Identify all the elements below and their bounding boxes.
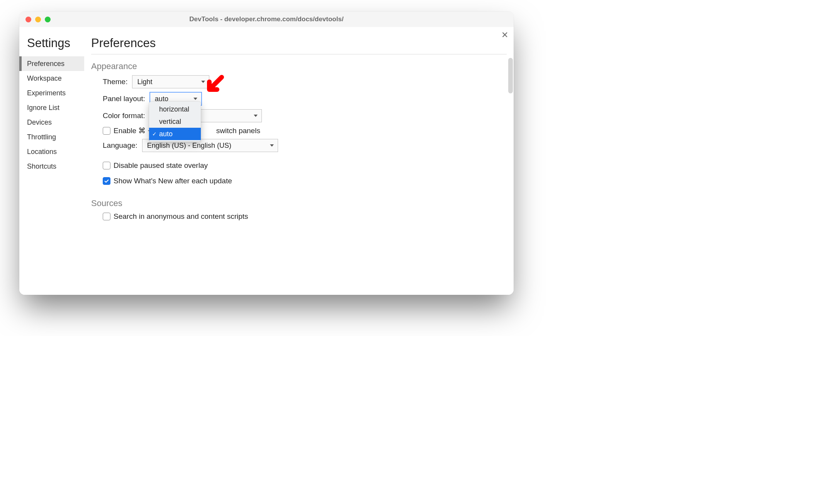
- enable-shortcut-label-after: switch panels: [216, 127, 260, 135]
- option-label: horizontal: [159, 105, 189, 113]
- sidebar-item-workspace[interactable]: Workspace: [19, 71, 84, 86]
- option-label: auto: [159, 130, 173, 138]
- enable-shortcut-checkbox[interactable]: [103, 127, 110, 135]
- close-window-button[interactable]: [25, 17, 31, 22]
- sidebar-item-label: Ignore List: [27, 104, 59, 112]
- chevron-down-icon: [270, 144, 274, 147]
- sidebar-item-preferences[interactable]: Preferences: [19, 56, 84, 71]
- settings-pane: ✕ Settings Preferences Workspace Experim…: [19, 27, 514, 295]
- page-title: Preferences: [91, 36, 507, 50]
- search-anon-row: Search in anonymous and content scripts: [103, 212, 507, 221]
- theme-row: Theme: Light: [103, 75, 507, 88]
- section-sources-title: Sources: [91, 198, 507, 208]
- zoom-window-button[interactable]: [45, 17, 51, 22]
- window-title: DevTools - developer.chrome.com/docs/dev…: [19, 15, 514, 23]
- disable-overlay-row: Disable paused state overlay: [103, 161, 507, 170]
- annotation-arrow-icon: [203, 75, 225, 96]
- chevron-down-icon: [193, 98, 197, 100]
- whats-new-label: Show What's New after each update: [114, 177, 232, 185]
- sidebar-item-label: Shortcuts: [27, 162, 56, 171]
- main-content: Preferences Appearance Theme: Light Pane…: [84, 27, 514, 295]
- sidebar-item-ignore-list[interactable]: Ignore List: [19, 100, 84, 115]
- section-appearance-title: Appearance: [91, 61, 507, 71]
- theme-label: Theme:: [103, 78, 127, 86]
- panel-layout-option-auto[interactable]: auto: [149, 128, 201, 140]
- color-format-label: Color format:: [103, 112, 145, 120]
- disable-overlay-label: Disable paused state overlay: [114, 161, 208, 170]
- scrollbar[interactable]: [508, 58, 513, 93]
- window-frame: DevTools - developer.chrome.com/docs/dev…: [19, 12, 514, 295]
- sidebar-item-shortcuts[interactable]: Shortcuts: [19, 159, 84, 174]
- titlebar: DevTools - developer.chrome.com/docs/dev…: [19, 12, 514, 27]
- sidebar-item-label: Preferences: [27, 60, 64, 68]
- sidebar-item-label: Experiments: [27, 89, 66, 97]
- chevron-down-icon: [254, 115, 258, 117]
- sidebar-item-label: Devices: [27, 118, 52, 127]
- window-controls: [25, 17, 51, 22]
- sidebar-item-devices[interactable]: Devices: [19, 115, 84, 130]
- panel-layout-label: Panel layout:: [103, 95, 145, 103]
- language-select-value: English (US) - English (US): [147, 142, 231, 150]
- check-icon: [104, 178, 109, 184]
- search-anon-label: Search in anonymous and content scripts: [114, 212, 248, 221]
- sidebar-item-locations[interactable]: Locations: [19, 144, 84, 159]
- sidebar-item-label: Locations: [27, 148, 57, 156]
- panel-layout-dropdown: horizontal vertical auto: [149, 101, 201, 142]
- theme-select[interactable]: Light: [132, 75, 209, 88]
- search-anon-checkbox[interactable]: [103, 213, 110, 220]
- theme-select-value: Light: [137, 78, 152, 86]
- whats-new-checkbox[interactable]: [103, 177, 110, 185]
- sidebar-item-throttling[interactable]: Throttling: [19, 130, 84, 144]
- panel-layout-option-vertical[interactable]: vertical: [149, 115, 201, 128]
- minimize-window-button[interactable]: [35, 17, 41, 22]
- language-label: Language:: [103, 141, 137, 150]
- panel-layout-option-horizontal[interactable]: horizontal: [149, 103, 201, 115]
- disable-overlay-checkbox[interactable]: [103, 162, 110, 169]
- sidebar: Settings Preferences Workspace Experimen…: [19, 27, 84, 295]
- option-label: vertical: [159, 118, 181, 126]
- enable-shortcut-label-before: Enable ⌘ +: [114, 126, 152, 135]
- sidebar-heading: Settings: [27, 36, 84, 50]
- sidebar-item-label: Workspace: [27, 74, 62, 83]
- sidebar-item-label: Throttling: [27, 133, 56, 141]
- divider: [91, 54, 507, 54]
- sidebar-item-experiments[interactable]: Experiments: [19, 86, 84, 100]
- whats-new-row: Show What's New after each update: [103, 177, 507, 185]
